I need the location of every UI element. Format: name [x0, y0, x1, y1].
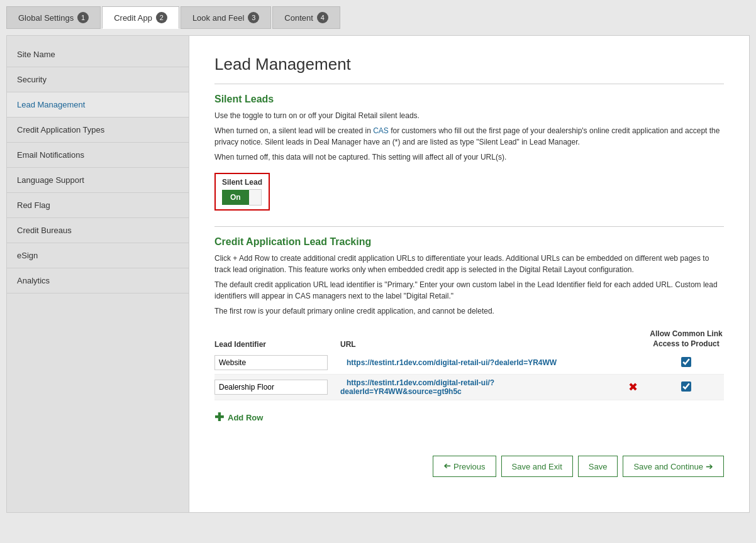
- row2-lead-input[interactable]: [214, 380, 328, 395]
- row1-checkbox-cell: [648, 357, 724, 369]
- add-row-label: Add Row: [228, 413, 263, 422]
- tab-look-feel-badge: 3: [248, 12, 259, 23]
- tab-look-feel-label: Look and Feel: [192, 13, 244, 23]
- sidebar-item-language-support[interactable]: Language Support: [7, 168, 189, 193]
- tab-content[interactable]: Content 4: [272, 6, 340, 29]
- table-row: https://testint.r1dev.com/digital-retail…: [214, 351, 724, 375]
- save-continue-arrow-icon: ➔: [706, 461, 713, 471]
- save-exit-button[interactable]: Save and Exit: [501, 456, 573, 477]
- add-row-button[interactable]: ✚ Add Row: [214, 410, 724, 424]
- silent-leads-desc2: When turned on, a silent lead will be cr…: [214, 125, 724, 148]
- lead-tracking-desc1: Click + Add Row to create additional cre…: [214, 253, 724, 275]
- tab-look-feel[interactable]: Look and Feel 3: [181, 6, 271, 29]
- row1-lead-cell: [214, 355, 340, 370]
- sidebar-item-security-label: Security: [17, 75, 47, 84]
- toggle-on-button[interactable]: On: [222, 190, 249, 205]
- save-button[interactable]: Save: [578, 456, 618, 477]
- content-panel: Lead Management Silent Leads Use the tog…: [189, 36, 749, 512]
- tab-credit-app-badge: 2: [156, 12, 167, 23]
- toggle-container: On: [222, 189, 262, 206]
- main-content: Site Name Security Lead Management Credi…: [6, 35, 750, 513]
- sidebar-item-site-name-label: Site Name: [17, 50, 55, 59]
- previous-button[interactable]: ➔ Previous: [433, 456, 496, 477]
- sidebar-item-lead-management[interactable]: Lead Management: [7, 92, 189, 118]
- lead-tracking-desc2: The default credit application URL lead …: [214, 279, 724, 302]
- row1-url-text: https://testint.r1dev.com/digital-retail…: [340, 358, 557, 367]
- sidebar-item-analytics-label: Analytics: [17, 276, 50, 285]
- row2-delete-button[interactable]: ✖: [617, 380, 648, 394]
- col-header-allow: Allow Common Link Access to Product: [648, 329, 724, 349]
- sidebar-item-lead-management-label: Lead Management: [17, 100, 85, 109]
- silent-leads-title: Silent Leads: [214, 94, 724, 105]
- row1-lead-input[interactable]: [214, 355, 328, 370]
- col-header-lead-identifier: Lead Identifier: [214, 340, 340, 349]
- sidebar-item-lead-management-link[interactable]: Lead Management: [17, 100, 85, 109]
- sidebar-item-credit-bureaus-label: Credit Bureaus: [17, 226, 72, 235]
- tabs-bar: Global Settings 1 Credit App 2 Look and …: [6, 6, 750, 29]
- tab-credit-app-label: Credit App: [114, 13, 152, 23]
- divider-mid: [214, 226, 724, 227]
- sidebar-item-language-support-label: Language Support: [17, 175, 84, 185]
- table-header: Lead Identifier URL Allow Common Link Ac…: [214, 329, 724, 349]
- footer-buttons: ➔ Previous Save and Exit Save Save and C…: [214, 449, 724, 477]
- save-label: Save: [589, 462, 608, 471]
- row1-allow-checkbox[interactable]: [681, 357, 691, 367]
- sidebar-item-credit-bureaus[interactable]: Credit Bureaus: [7, 218, 189, 243]
- sidebar-item-site-name[interactable]: Site Name: [7, 42, 189, 67]
- tab-global-settings[interactable]: Global Settings 1: [6, 6, 101, 29]
- tab-global-settings-badge: 1: [77, 12, 89, 23]
- divider-top: [214, 84, 724, 84]
- row2-lead-cell: [214, 380, 340, 395]
- tab-content-badge: 4: [317, 12, 328, 23]
- lead-tracking-desc3: The first row is your default primary on…: [214, 305, 724, 317]
- silent-leads-desc1: Use the toggle to turn on or off your Di…: [214, 110, 724, 121]
- sidebar-item-red-flag-label: Red Flag: [17, 200, 50, 210]
- sidebar-item-email-notifications-label: Email Notifications: [17, 150, 84, 160]
- silent-leads-section: Silent Leads Use the toggle to turn on o…: [214, 94, 724, 217]
- row2-url-cell: https://testint.r1dev.com/digital-retail…: [340, 378, 617, 396]
- row2-url-text: https://testint.r1dev.com/digital-retail…: [340, 378, 494, 396]
- tab-global-settings-label: Global Settings: [18, 13, 74, 23]
- sidebar-item-security[interactable]: Security: [7, 67, 189, 92]
- sidebar-item-esign-label: eSign: [17, 251, 38, 260]
- table-row: https://testint.r1dev.com/digital-retail…: [214, 375, 724, 400]
- sidebar: Site Name Security Lead Management Credi…: [7, 36, 189, 512]
- sidebar-item-red-flag[interactable]: Red Flag: [7, 193, 189, 218]
- sidebar-item-credit-app-types[interactable]: Credit Application Types: [7, 118, 189, 143]
- silent-leads-desc3: When turned off, this data will not be c…: [214, 151, 724, 163]
- previous-label: Previous: [453, 462, 486, 471]
- lead-table: Lead Identifier URL Allow Common Link Ac…: [214, 329, 724, 400]
- tab-credit-app[interactable]: Credit App 2: [102, 6, 179, 29]
- save-exit-label: Save and Exit: [512, 462, 562, 471]
- add-row-plus-icon: ✚: [214, 410, 224, 424]
- previous-arrow-icon: ➔: [443, 461, 451, 471]
- toggle-off-side[interactable]: [249, 189, 262, 206]
- sidebar-item-analytics[interactable]: Analytics: [7, 268, 189, 293]
- lead-tracking-title: Credit Application Lead Tracking: [214, 236, 724, 248]
- page-title: Lead Management: [214, 55, 724, 74]
- col-header-url: URL: [340, 340, 617, 349]
- row2-checkbox-cell: [648, 381, 724, 393]
- silent-lead-toggle-box: Silent Lead On: [214, 173, 270, 211]
- row2-allow-checkbox[interactable]: [681, 381, 691, 392]
- sidebar-item-credit-app-types-label: Credit Application Types: [17, 125, 104, 134]
- sidebar-item-email-notifications[interactable]: Email Notifications: [7, 143, 189, 168]
- save-continue-label: Save and Continue: [633, 462, 703, 471]
- sidebar-item-esign[interactable]: eSign: [7, 243, 189, 268]
- tab-content-label: Content: [284, 13, 313, 23]
- row1-url-cell: https://testint.r1dev.com/digital-retail…: [340, 358, 617, 367]
- lead-tracking-section: Credit Application Lead Tracking Click +…: [214, 236, 724, 424]
- save-continue-button[interactable]: Save and Continue ➔: [623, 456, 724, 477]
- outer-wrapper: Global Settings 1 Credit App 2 Look and …: [0, 0, 756, 543]
- silent-lead-label: Silent Lead: [222, 178, 262, 187]
